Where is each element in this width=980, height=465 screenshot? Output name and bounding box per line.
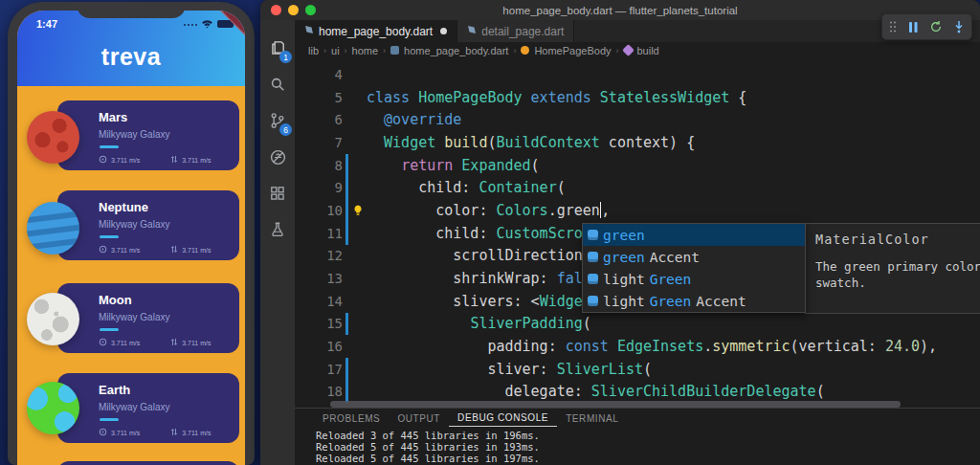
suggest-item[interactable]: lightGreen — [583, 268, 805, 290]
stat-value: 3.711 m/s — [182, 340, 211, 346]
line-number: 11 — [295, 226, 343, 241]
code-text: Widget build(BuildContext context) { — [367, 134, 695, 151]
editor-tab[interactable]: detail_page.dart — [457, 20, 574, 42]
planet-card[interactable]: MarsMilkyway Galaxy3.711 m/s3.711 m/s — [57, 100, 239, 170]
code-text: color: Colors.green, — [367, 202, 610, 219]
modified-gutter-bar — [345, 313, 348, 336]
gravity-icon — [99, 245, 107, 255]
panel-tab[interactable]: DEBUG CONSOLE — [449, 412, 557, 427]
gutter-bar — [345, 131, 348, 154]
velocity-icon — [170, 155, 178, 165]
code-text: @override — [367, 111, 461, 128]
test-beaker-icon[interactable] — [260, 211, 295, 248]
planet-card[interactable]: EarthMilkyway Galaxy3.711 m/s3.711 m/s — [57, 373, 239, 443]
code-line: 18 delegate: SliverChildBuilderDelegate( — [295, 381, 980, 404]
panel-tab[interactable]: OUTPUT — [389, 413, 449, 427]
extensions-icon[interactable] — [260, 175, 295, 211]
zoom-button[interactable] — [305, 5, 316, 15]
step-into-icon[interactable] — [953, 20, 965, 33]
suggest-docs-panel: MaterialColor The green primary color an… — [805, 223, 980, 314]
field-icon — [588, 274, 598, 284]
lightbulb-icon — [348, 205, 367, 216]
code-line: 16 padding: const EdgeInsets.symmetric(v… — [295, 335, 980, 358]
bottom-panel: PROBLEMSOUTPUTDEBUG CONSOLETERMINAL Relo… — [295, 408, 980, 465]
planet-name: Neptune — [99, 200, 148, 214]
breadcrumb-item[interactable]: ui — [331, 45, 340, 56]
explorer-icon[interactable]: 1 — [260, 30, 295, 66]
code-text: padding: const EdgeInsets.symmetric(vert… — [367, 338, 937, 355]
editor-tab[interactable]: home_page_body.dart — [295, 20, 457, 42]
stat-value: 3.711 m/s — [111, 430, 140, 436]
gutter-bar — [345, 267, 348, 290]
dart-file-icon — [390, 46, 399, 55]
breadcrumb-separator: › — [383, 46, 386, 55]
code-line: 5class HomePageBody extends StatelessWid… — [295, 86, 980, 109]
modified-dot — [440, 28, 447, 34]
galaxy-label: Milkyway Galaxy — [99, 312, 169, 322]
stat-value: 3.711 m/s — [111, 340, 140, 346]
toolbar-grip[interactable] — [889, 20, 897, 33]
galaxy-label: Milkyway Galaxy — [99, 402, 169, 412]
planet-stats: 3.711 m/s3.711 m/s — [99, 155, 211, 165]
breadcrumb-item[interactable]: HomePageBody — [534, 45, 611, 56]
breadcrumb-item[interactable]: home_page_body.dart — [404, 45, 508, 56]
breadcrumb-item[interactable]: build — [637, 45, 659, 56]
debug-icon[interactable] — [260, 139, 295, 175]
code-editor[interactable]: 45class HomePageBody extends StatelessWi… — [295, 58, 980, 408]
pause-icon[interactable] — [907, 21, 919, 33]
velocity-icon — [170, 428, 178, 437]
panel-tab[interactable]: PROBLEMS — [314, 413, 389, 427]
suggest-item[interactable]: green — [583, 224, 805, 246]
source-control-icon[interactable]: 6 — [260, 102, 295, 139]
suggest-label-segment: Accent — [696, 294, 746, 309]
code-line: 15 SliverPadding( — [295, 313, 980, 336]
velocity-icon — [170, 338, 178, 347]
panel-tab[interactable]: TERMINAL — [557, 413, 627, 427]
horizontal-scrollbar[interactable] — [330, 401, 901, 408]
breadcrumb-item[interactable]: lib — [308, 45, 319, 56]
minimize-button[interactable] — [288, 5, 299, 15]
suggest-widget: greengreenAccentlightGreenlightGreenAcce… — [582, 223, 806, 313]
line-number: 15 — [295, 316, 343, 331]
code-text: shrinkWrap: false, — [367, 270, 609, 287]
planet-card-peek[interactable] — [57, 461, 239, 465]
line-number: 18 — [295, 384, 343, 399]
code-text: delegate: SliverChildBuilderDelegate( — [367, 383, 825, 400]
close-button[interactable] — [271, 5, 281, 15]
suggest-item[interactable]: lightGreenAccent — [583, 290, 805, 312]
stat-value: 3.711 m/s — [111, 157, 140, 164]
planet-card[interactable]: NeptuneMilkyway Galaxy3.711 m/s3.711 m/s — [57, 190, 239, 260]
vscode-window: home_page_body.dart — flutter_planets_tu… — [260, 0, 980, 465]
card-accent-divider — [100, 328, 119, 331]
code-line: 7 Widget build(BuildContext context) { — [295, 131, 980, 154]
phone-emulator: 1:47 treva MarsMilkyway Galaxy3.711 m/s3… — [8, 2, 255, 465]
breadcrumb-item[interactable]: home — [352, 45, 379, 56]
code-line: 6 @override — [295, 108, 980, 131]
phone-notch — [77, 2, 186, 18]
line-number: 8 — [295, 158, 343, 173]
modified-gutter-bar — [345, 154, 348, 177]
console-line: Reloaded 5 of 445 libraries in 193ms. — [316, 441, 980, 453]
suggest-label-segment: green — [603, 228, 645, 243]
restart-icon[interactable] — [929, 20, 943, 33]
planet-image-moon — [27, 293, 79, 345]
stat: 3.711 m/s — [99, 155, 140, 165]
panel-tab-bar: PROBLEMSOUTPUTDEBUG CONSOLETERMINAL — [295, 409, 980, 427]
planet-name: Mars — [99, 110, 127, 124]
breadcrumb-separator: › — [616, 46, 619, 55]
code-text: return Expanded( — [367, 157, 540, 174]
line-number: 10 — [295, 203, 343, 218]
gravity-icon — [99, 428, 107, 437]
line-number: 5 — [295, 90, 343, 105]
card-accent-divider — [100, 235, 119, 238]
search-icon[interactable] — [260, 66, 295, 102]
suggest-item[interactable]: greenAccent — [583, 246, 805, 268]
app-header: 1:47 treva — [17, 11, 245, 86]
suggest-label-segment: light — [603, 294, 645, 309]
planet-card[interactable]: MoonMilkyway Galaxy3.711 m/s3.711 m/s — [57, 283, 239, 353]
code-text: child: Container( — [367, 179, 566, 196]
velocity-icon — [170, 245, 178, 255]
stat-value: 3.711 m/s — [182, 247, 211, 254]
scm-badge: 6 — [279, 123, 292, 136]
planet-image-earth — [27, 382, 79, 434]
